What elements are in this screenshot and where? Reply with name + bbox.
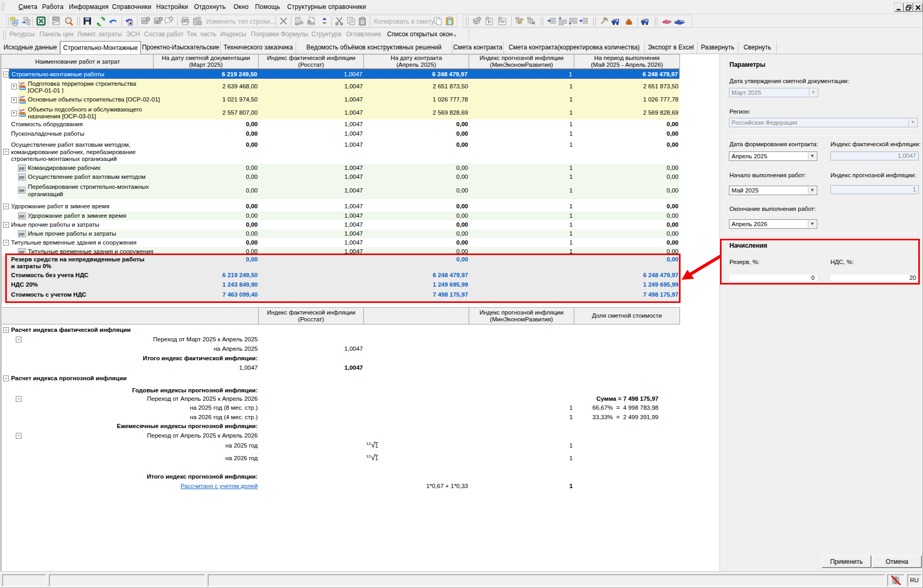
svg-text:✱: ✱ bbox=[129, 22, 133, 25]
svg-text:PDF: PDF bbox=[54, 17, 59, 21]
svg-text:P: P bbox=[488, 19, 491, 25]
svg-text:ПР: ПР bbox=[500, 19, 505, 24]
